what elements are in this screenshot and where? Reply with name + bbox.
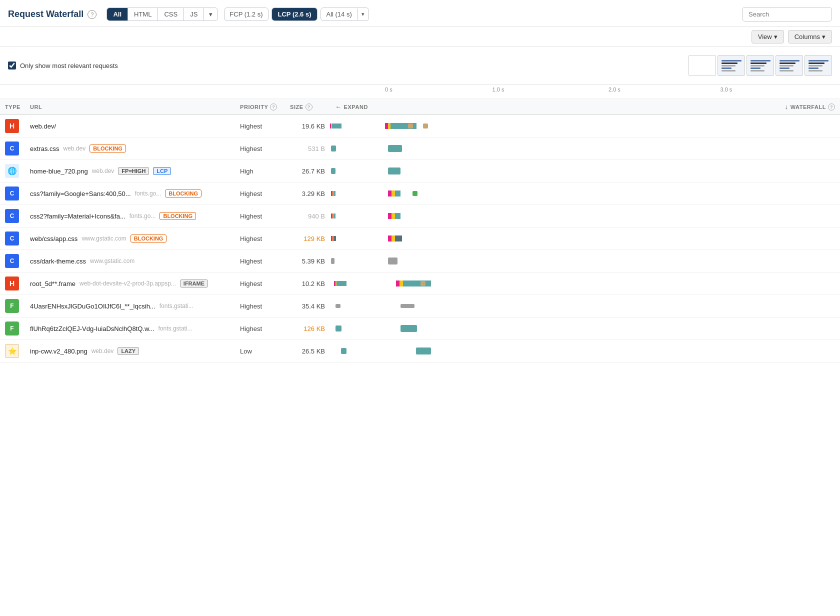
type-icon-css: C bbox=[5, 186, 19, 200]
cell-type: C bbox=[0, 205, 25, 228]
th-type: TYPE bbox=[0, 99, 25, 115]
filter-css-button[interactable]: CSS bbox=[158, 8, 184, 20]
url-cell: home-blue_720.png web.dev FP=HIGHLCP bbox=[30, 167, 230, 175]
cell-priority: Highest bbox=[235, 205, 285, 228]
wf-segment bbox=[395, 213, 400, 219]
checkbox-text: Only show most relevant requests bbox=[20, 62, 118, 70]
filter-more-dropdown[interactable]: ▾ bbox=[204, 8, 218, 20]
wf-bar bbox=[388, 258, 398, 264]
wf-bar bbox=[388, 190, 400, 196]
columns-button[interactable]: Columns ▾ bbox=[788, 30, 832, 44]
table-row[interactable]: C css2?family=Material+Icons&fa... fonts… bbox=[0, 205, 840, 228]
badge-blocking: BLOCKING bbox=[165, 190, 202, 198]
cell-priority: Highest bbox=[235, 138, 285, 160]
wf-segment bbox=[388, 236, 392, 242]
waterfall-help-icon[interactable]: ? bbox=[828, 104, 835, 110]
fcp-chip-button[interactable]: FCP (1.2 s) bbox=[224, 8, 268, 20]
lcp-timing: LCP (2.6 s) bbox=[272, 8, 318, 21]
cell-expand bbox=[330, 160, 385, 182]
type-icon-img-star: ⭐ bbox=[5, 344, 19, 358]
type-icon-html: H bbox=[5, 119, 19, 133]
title-help-icon[interactable]: ? bbox=[88, 10, 96, 19]
type-icon-html: H bbox=[5, 276, 19, 290]
priority-help-icon[interactable]: ? bbox=[270, 104, 277, 110]
wf-square bbox=[412, 191, 418, 196]
cell-url[interactable]: extras.css web.dev BLOCKING bbox=[25, 138, 235, 160]
filmstrip-frame-1 bbox=[718, 55, 745, 76]
url-cell: extras.css web.dev BLOCKING bbox=[30, 144, 230, 152]
cell-url[interactable]: web/css/app.css www.gstatic.com BLOCKING bbox=[25, 228, 235, 250]
table-row[interactable]: H root_5d**.frame web-dot-devsite-v2-pro… bbox=[0, 272, 840, 295]
cell-url[interactable]: web.dev/ bbox=[25, 115, 235, 138]
filmstrip bbox=[688, 53, 832, 78]
cell-expand bbox=[330, 115, 385, 138]
wf-segment bbox=[403, 280, 431, 286]
filter-group: All HTML CSS JS ▾ bbox=[106, 8, 218, 21]
url-domain: web.dev bbox=[64, 145, 86, 152]
relevant-requests-checkbox[interactable] bbox=[8, 62, 16, 70]
relevant-requests-checkbox-label[interactable]: Only show most relevant requests bbox=[8, 62, 118, 70]
expand-arrow-icon: ← bbox=[335, 103, 342, 110]
view-dropdown-icon: ▾ bbox=[774, 33, 778, 40]
view-label: View bbox=[758, 33, 772, 40]
filmstrip-frame-0 bbox=[688, 55, 716, 76]
badge-blocking: BLOCKING bbox=[160, 212, 196, 220]
expand-bar bbox=[331, 191, 336, 196]
lcp-chip-button[interactable]: LCP (2.6 s) bbox=[272, 8, 318, 20]
url-cell: root_5d**.frame web-dot-devsite-v2-prod-… bbox=[30, 280, 230, 288]
fcp-timing: FCP (1.2 s) bbox=[224, 8, 268, 21]
table-row[interactable]: 🌐 home-blue_720.png web.dev FP=HIGHLCP H… bbox=[0, 160, 840, 182]
filmstrip-frame-4 bbox=[804, 55, 832, 76]
cell-url[interactable]: root_5d**.frame web-dot-devsite-v2-prod-… bbox=[25, 272, 235, 295]
wf-segment bbox=[334, 191, 336, 196]
all-chip-button[interactable]: All (14 s) bbox=[321, 8, 356, 20]
cell-url[interactable]: flUhRq6tzZclQEJ-Vdg-IuiaDsNclhQ8tQ.w... … bbox=[25, 318, 235, 340]
cell-url[interactable]: css/dark-theme.css www.gstatic.com bbox=[25, 250, 235, 272]
toolbar-area: Only show most relevant requests bbox=[0, 47, 840, 84]
table-row[interactable]: C web/css/app.css www.gstatic.com BLOCKI… bbox=[0, 228, 840, 250]
cell-expand bbox=[330, 205, 385, 228]
search-input[interactable] bbox=[742, 7, 832, 22]
expand-bar bbox=[331, 146, 336, 152]
cell-url[interactable]: 4UasrENHsxJlGDuGo1OIlJfC6l_**_lqcsih... … bbox=[25, 295, 235, 318]
badge-lazy: LAZY bbox=[118, 347, 139, 355]
th-url: URL bbox=[25, 99, 235, 115]
table-row[interactable]: C css?family=Google+Sans:400,50... fonts… bbox=[0, 182, 840, 205]
cell-expand bbox=[330, 340, 385, 362]
size-help-icon[interactable]: ? bbox=[306, 104, 312, 110]
cell-type: H bbox=[0, 115, 25, 138]
badge-lcp: LCP bbox=[153, 167, 171, 175]
filter-js-button[interactable]: JS bbox=[184, 8, 204, 20]
cell-url[interactable]: home-blue_720.png web.dev FP=HIGHLCP bbox=[25, 160, 235, 182]
filter-html-button[interactable]: HTML bbox=[128, 8, 158, 20]
table-row[interactable]: C css/dark-theme.css www.gstatic.com Hig… bbox=[0, 250, 840, 272]
columns-label: Columns bbox=[794, 33, 820, 40]
type-icon-css: C bbox=[5, 232, 19, 246]
url-main: flUhRq6tzZclQEJ-Vdg-IuiaDsNclhQ8tQ.w... bbox=[30, 325, 154, 332]
all-timing: All (14 s) ▾ bbox=[320, 8, 368, 21]
table-row[interactable]: ⭐ inp-cwv.v2_480.png web.dev LAZY Low26.… bbox=[0, 340, 840, 362]
table-row[interactable]: C extras.css web.dev BLOCKING Highest531… bbox=[0, 138, 840, 160]
all-timing-dropdown[interactable]: ▾ bbox=[357, 8, 368, 20]
cell-url[interactable]: inp-cwv.v2_480.png web.dev LAZY bbox=[25, 340, 235, 362]
cell-type: C bbox=[0, 138, 25, 160]
cell-expand bbox=[330, 295, 385, 318]
table-row[interactable]: F flUhRq6tzZclQEJ-Vdg-IuiaDsNclhQ8tQ.w..… bbox=[0, 318, 840, 340]
cell-priority: Highest bbox=[235, 115, 285, 138]
table-row[interactable]: H web.dev/ Highest19.6 KB bbox=[0, 115, 840, 138]
table-row[interactable]: F 4UasrENHsxJlGDuGo1OIlJfC6l_**_lqcsih..… bbox=[0, 295, 840, 318]
cell-waterfall bbox=[385, 318, 840, 340]
cell-expand bbox=[330, 250, 385, 272]
cell-expand bbox=[330, 228, 385, 250]
cell-expand bbox=[330, 272, 385, 295]
wf-square bbox=[408, 124, 413, 128]
view-button[interactable]: View ▾ bbox=[752, 30, 784, 44]
filter-all-button[interactable]: All bbox=[107, 8, 128, 20]
wf-segment bbox=[395, 190, 400, 196]
cell-priority: Highest bbox=[235, 272, 285, 295]
filmstrip-frame-2 bbox=[746, 55, 774, 76]
cell-url[interactable]: css?family=Google+Sans:400,50... fonts.g… bbox=[25, 182, 235, 205]
url-cell: web/css/app.css www.gstatic.com BLOCKING bbox=[30, 234, 230, 242]
url-main: 4UasrENHsxJlGDuGo1OIlJfC6l_**_lqcsih... bbox=[30, 302, 156, 310]
cell-url[interactable]: css2?family=Material+Icons&fa... fonts.g… bbox=[25, 205, 235, 228]
